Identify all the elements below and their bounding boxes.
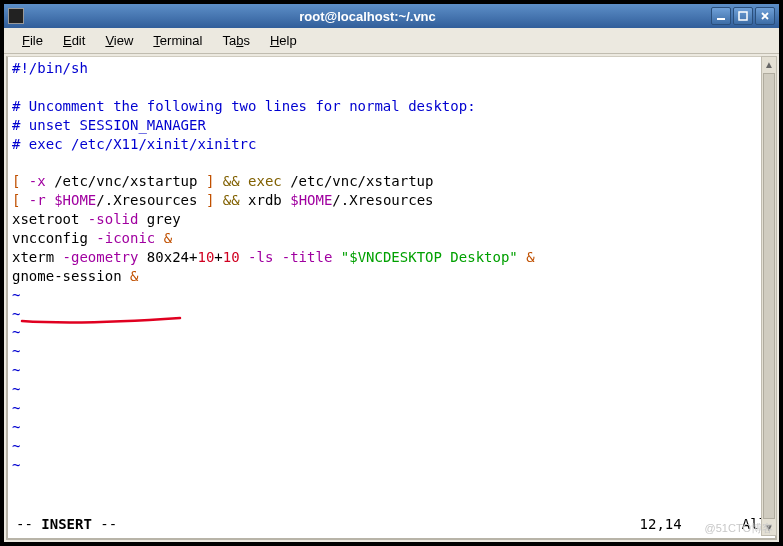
code-comment: # Uncomment the following two lines for …	[12, 98, 476, 114]
scrollbar[interactable]: ▲ ▼	[761, 56, 777, 536]
eof-tilde: ~	[12, 419, 20, 435]
titlebar: root@localhost:~/.vnc	[4, 4, 779, 28]
status-cursor-pos: 12,14	[640, 515, 682, 534]
eof-tilde: ~	[12, 306, 20, 322]
scroll-up-icon[interactable]: ▲	[762, 57, 776, 72]
svg-rect-1	[739, 12, 747, 20]
menu-view[interactable]: View	[95, 31, 143, 50]
status-mode: -- INSERT --	[16, 515, 117, 534]
eof-tilde: ~	[12, 457, 20, 473]
scrollbar-thumb[interactable]	[763, 73, 775, 519]
code-comment: # exec /etc/X11/xinit/xinitrc	[12, 136, 256, 152]
vim-status-line: -- INSERT -- 12,14 All	[12, 515, 771, 536]
menu-file[interactable]: File	[12, 31, 53, 50]
menu-help[interactable]: Help	[260, 31, 307, 50]
code-comment: # unset SESSION_MANAGER	[12, 117, 206, 133]
menu-tabs[interactable]: Tabs	[212, 31, 259, 50]
minimize-button[interactable]	[711, 7, 731, 25]
terminal-viewport[interactable]: #!/bin/sh # Uncomment the following two …	[6, 56, 777, 540]
close-button[interactable]	[755, 7, 775, 25]
eof-tilde: ~	[12, 362, 20, 378]
terminal-app-icon	[8, 8, 24, 24]
menu-edit[interactable]: Edit	[53, 31, 95, 50]
svg-rect-0	[717, 18, 725, 20]
editor-content[interactable]: #!/bin/sh # Uncomment the following two …	[12, 59, 771, 515]
window-title: root@localhost:~/.vnc	[24, 9, 711, 24]
eof-tilde: ~	[12, 324, 20, 340]
watermark: @51CTO博客	[705, 521, 773, 536]
menu-terminal[interactable]: Terminal	[143, 31, 212, 50]
menubar: File Edit View Terminal Tabs Help	[4, 28, 779, 54]
maximize-button[interactable]	[733, 7, 753, 25]
eof-tilde: ~	[12, 400, 20, 416]
eof-tilde: ~	[12, 287, 20, 303]
code-shebang: #!/bin/sh	[12, 60, 88, 76]
eof-tilde: ~	[12, 438, 20, 454]
terminal-window: root@localhost:~/.vnc File Edit View Ter…	[4, 4, 779, 542]
eof-tilde: ~	[12, 381, 20, 397]
eof-tilde: ~	[12, 343, 20, 359]
